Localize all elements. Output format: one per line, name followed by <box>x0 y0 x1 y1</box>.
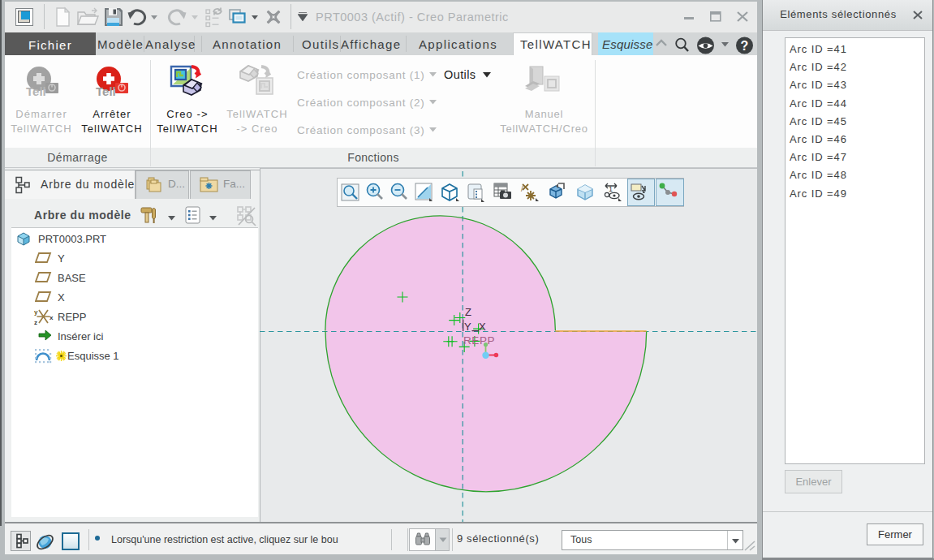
svg-text:x: x <box>49 314 54 321</box>
svg-text:REPP: REPP <box>463 334 495 347</box>
svg-text:y: y <box>34 308 38 316</box>
svg-text:Z: Z <box>465 306 471 318</box>
svg-text:Y: Y <box>464 321 471 333</box>
svg-text:Tell: Tell <box>96 84 116 98</box>
svg-text:z: z <box>34 319 37 325</box>
svg-text:?: ? <box>741 39 749 53</box>
svg-text:Tell: Tell <box>26 84 46 98</box>
svg-text:1: 1 <box>609 185 613 193</box>
svg-text:X: X <box>479 321 486 333</box>
